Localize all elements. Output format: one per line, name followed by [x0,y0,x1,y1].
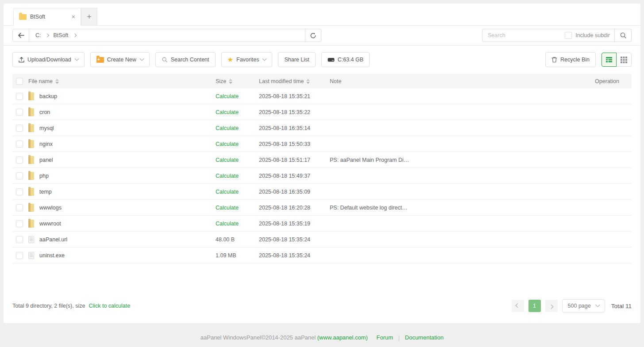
include-subdir-checkbox[interactable] [565,32,572,39]
table-row[interactable]: nginx Calculate 2025-08-18 15:50:33 [12,136,632,152]
size-header[interactable]: Size [216,78,232,84]
tab-btsoft[interactable]: BtSoft × [13,8,81,26]
row-checkbox[interactable] [16,156,23,164]
calculate-link[interactable]: Calculate [216,125,239,131]
next-page-button[interactable] [545,300,558,312]
calculate-link[interactable]: Calculate [216,189,239,195]
file-name[interactable]: wwwlogs [39,205,62,211]
file-name[interactable]: php [39,173,49,179]
forum-link[interactable]: Forum [377,334,393,341]
breadcrumb-segment[interactable]: BtSoft [54,32,69,38]
last-modified-header[interactable]: Last modified time [259,78,310,84]
calculate-link[interactable]: Calculate [216,93,239,99]
recycle-bin-button[interactable]: Recycle Bin [545,52,596,67]
table-row[interactable]: temp Calculate 2025-08-18 16:35:09 [12,184,632,200]
modified-time: 2025-08-18 16:35:09 [259,189,330,195]
click-to-calculate-link[interactable]: Click to calculate [89,303,130,309]
file-name[interactable]: panel [39,157,53,163]
star-icon [228,56,233,63]
calculate-link[interactable]: Calculate [216,205,239,211]
breadcrumb[interactable]: C:BtSoft [29,29,305,42]
select-all-checkbox[interactable] [16,78,23,85]
table-row[interactable]: cron Calculate 2025-08-18 15:35:22 [12,104,632,120]
documentation-link[interactable]: Documentation [405,334,443,341]
row-checkbox[interactable] [16,172,23,179]
file-name[interactable]: uninst.exe [39,252,65,259]
disk-space-button[interactable]: C:63.4 GB [321,52,370,67]
row-checkbox[interactable] [16,252,23,259]
calculate-link[interactable]: Calculate [216,221,239,227]
page-size-select[interactable]: 500 page [562,299,605,313]
file-name-header[interactable]: File name [28,78,59,84]
modified-time: 2025-08-18 15:49:37 [259,173,330,179]
file-name-header-label: File name [28,78,53,84]
table-row[interactable]: uninst.exe 1.09 MB 2025-08-18 15:35:24 [12,248,632,263]
search-input[interactable] [488,32,565,38]
folder-icon [28,156,34,164]
file-name[interactable]: cron [39,109,50,115]
row-checkbox[interactable] [16,220,23,227]
pagination: 1 500 page Total 11 [512,299,632,313]
table-row[interactable]: panel Calculate 2025-08-18 15:51:17 PS: … [12,152,632,168]
row-checkbox[interactable] [16,204,23,211]
modified-time: 2025-08-18 15:35:19 [259,221,330,227]
chevron-down-icon [595,302,600,307]
toolbar: Upload/Download Create New Search Conten… [4,46,640,74]
row-checkbox[interactable] [16,125,23,132]
search-button[interactable] [615,29,632,42]
sort-icon[interactable] [306,79,310,84]
row-checkbox[interactable] [16,188,23,195]
calculate-link[interactable]: Calculate [216,173,239,179]
favorites-button[interactable]: Favorites [221,52,273,67]
back-button[interactable] [12,29,29,42]
search-group: Include subdir [482,29,632,42]
table-row[interactable]: aaPanel.url 48.00 B 2025-08-18 15:35:24 [12,232,632,248]
sort-icon[interactable] [55,79,59,84]
file-name[interactable]: aaPanel.url [39,236,67,243]
upload-download-label: Upload/Download [27,57,71,63]
refresh-button[interactable] [305,29,321,42]
prev-page-button[interactable] [512,300,524,312]
operation-header: Operation [574,78,632,84]
grid-view-button[interactable] [617,53,632,67]
close-icon[interactable]: × [71,13,76,20]
search-content-button[interactable]: Search Content [155,52,216,67]
file-name[interactable]: backup [39,93,57,99]
new-tab-button[interactable]: + [81,8,97,26]
share-list-button[interactable]: Share List [278,52,315,67]
create-new-button[interactable]: Create New [90,52,150,67]
folder-icon [28,92,34,100]
breadcrumb-segment[interactable]: C: [35,32,41,38]
row-checkbox[interactable] [16,109,23,116]
footer-divider: | [398,334,400,341]
file-name[interactable]: wwwroot [39,221,61,227]
table-row[interactable]: wwwlogs Calculate 2025-08-18 16:20:28 PS… [12,200,632,216]
table-row[interactable]: wwwroot Calculate 2025-08-18 15:35:19 [12,216,632,232]
current-page-button[interactable]: 1 [528,300,541,312]
summary-text: Total 9 directory, 2 file(s), size [12,303,85,309]
chevron-down-icon [262,56,267,61]
file-name[interactable]: mysql [39,125,54,131]
list-view-button[interactable] [602,53,617,67]
folder-icon [28,188,34,196]
row-checkbox[interactable] [16,93,23,100]
site-link[interactable]: (www.aapanel.com) [317,334,368,341]
upload-icon [19,57,24,63]
upload-download-button[interactable]: Upload/Download [12,52,85,67]
list-view-icon [605,57,613,63]
table-row[interactable]: backup Calculate 2025-08-18 15:35:21 [12,88,632,104]
row-checkbox[interactable] [16,141,23,148]
include-subdir-label: Include subdir [575,32,610,38]
sort-icon[interactable] [229,79,232,84]
calculate-link[interactable]: Calculate [216,141,239,147]
row-checkbox[interactable] [16,236,23,243]
table-body: backup Calculate 2025-08-18 15:35:21 cro… [12,88,632,263]
create-new-label: Create New [107,57,136,63]
table-row[interactable]: mysql Calculate 2025-08-18 16:35:14 [12,120,632,136]
calculate-link[interactable]: Calculate [216,109,239,115]
folder-icon [28,140,34,148]
calculate-link[interactable]: Calculate [216,157,239,163]
file-name[interactable]: nginx [39,141,53,147]
table-row[interactable]: php Calculate 2025-08-18 15:49:37 [12,168,632,184]
file-name[interactable]: temp [39,189,52,195]
